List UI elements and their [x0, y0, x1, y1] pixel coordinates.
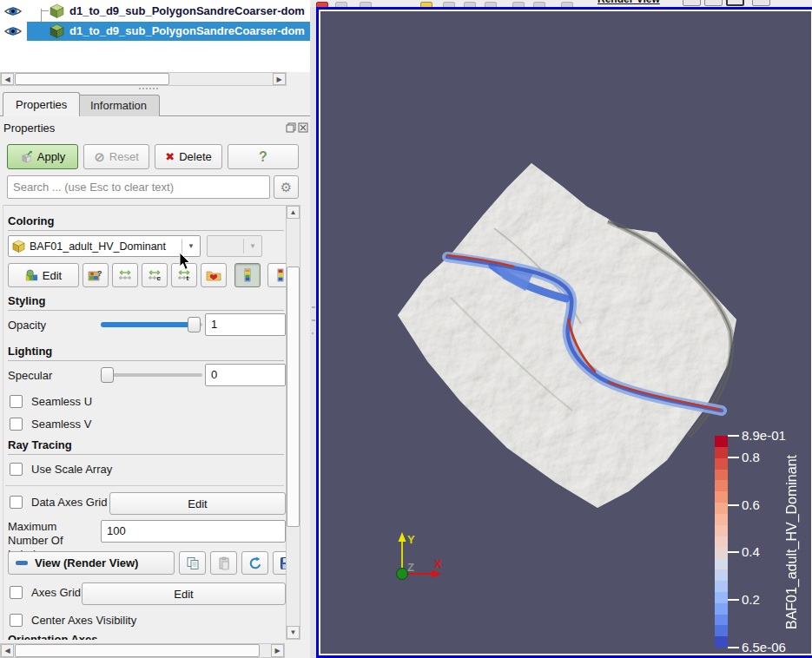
paste-view-settings-button[interactable]: [210, 551, 237, 575]
toggle-color-legend-button[interactable]: [234, 263, 261, 287]
gear-icon: ⚙: [281, 180, 292, 195]
svg-text:t: t: [187, 274, 189, 281]
data-axes-grid-label: Data Axes Grid: [31, 496, 107, 509]
reset-icon: ⊘: [94, 149, 105, 165]
scroll-left-icon[interactable]: ◀: [1, 644, 14, 657]
legend-tick-label: 6.5e-06: [742, 640, 786, 654]
legend-tick-mark: [728, 504, 739, 506]
properties-vscrollbar[interactable]: ▲ ▼: [286, 205, 300, 640]
legend-tick-label: 0.2: [742, 592, 760, 607]
close-view-button[interactable]: [752, 0, 770, 6]
legend-tick-label: 0.8: [742, 450, 760, 464]
help-button[interactable]: ?: [228, 144, 299, 169]
render-viewport[interactable]: Y Z X 8.9e-010.80.60.40.26.5e-06 BAF01_a…: [320, 11, 811, 654]
render-view-frame: Y Z X 8.9e-010.80.60.40.26.5e-06 BAF01_a…: [316, 7, 812, 658]
pipeline-item-selected[interactable]: d1_to_d9_sub_PolygonSandreCoarser-dom: [0, 22, 310, 41]
seamless-v-checkbox[interactable]: [10, 418, 23, 431]
split-vertical-button[interactable]: [704, 0, 723, 6]
max-labels-input[interactable]: 100: [101, 520, 286, 543]
scroll-left-icon[interactable]: ◀: [1, 73, 14, 85]
legend-title[interactable]: BAF01_adult_HV_Dominant: [784, 436, 803, 648]
delete-button[interactable]: ✖ Delete: [155, 144, 222, 169]
search-input[interactable]: [7, 175, 270, 199]
scroll-right-icon[interactable]: ▶: [273, 73, 286, 85]
close-panel-icon[interactable]: [298, 122, 308, 133]
edit-color-map-button[interactable]: Edit: [8, 263, 79, 287]
rescale-temporal-icon: t: [176, 269, 192, 281]
slider-handle[interactable]: [188, 317, 201, 332]
legend-tick-mark: [728, 551, 739, 553]
y-axis-label: Y: [407, 533, 415, 546]
legend-tick-label: 0.4: [742, 545, 760, 560]
data-axes-grid-edit-button[interactable]: Edit: [109, 492, 286, 515]
z-axis-sphere: [397, 569, 408, 580]
tab-information[interactable]: Information: [77, 95, 160, 116]
edit-legend-properties-button[interactable]: [267, 263, 286, 287]
use-scale-array-checkbox[interactable]: [10, 463, 23, 476]
reset-button[interactable]: ⊘ Reset: [83, 144, 149, 169]
rescale-data-range-button[interactable]: [112, 263, 138, 287]
rescale-custom-icon: c: [147, 269, 162, 281]
rescale-custom-range-button[interactable]: c: [142, 263, 168, 287]
split-horizontal-button[interactable]: [683, 0, 701, 6]
scrollbar-thumb[interactable]: [15, 73, 169, 85]
maximize-view-button[interactable]: [726, 0, 744, 6]
component-combobox[interactable]: ▼: [207, 235, 262, 257]
x-axis-arrow: [432, 570, 441, 578]
specular-value[interactable]: 0: [205, 364, 286, 386]
refresh-icon: [248, 556, 262, 570]
legend-tick-mark: [728, 457, 739, 458]
svg-text:?: ?: [97, 269, 102, 278]
choose-preset-button[interactable]: [201, 263, 227, 287]
properties-scroll-area: Coloring BAF01_adult_HV_Dominant ▼ ▼ Edi…: [3, 205, 286, 640]
scroll-down-icon[interactable]: ▼: [287, 626, 300, 639]
visibility-eye-icon[interactable]: [3, 24, 23, 38]
center-axes-visibility-checkbox[interactable]: [10, 614, 23, 627]
folder-heart-icon: [206, 269, 221, 281]
data-axes-grid-checkbox[interactable]: [10, 496, 23, 509]
legend-tick-label: 8.9e-01: [742, 428, 786, 443]
panel-splitter[interactable]: [310, 7, 316, 658]
pipeline-hscrollbar[interactable]: ◀ ▶: [0, 72, 287, 86]
separate-color-map-button[interactable]: ?: [83, 263, 109, 287]
splitter-handle[interactable]: [139, 88, 174, 91]
color-array-combobox[interactable]: BAF01_adult_HV_Dominant ▼: [8, 235, 201, 257]
panel-hscrollbar[interactable]: ◀ ▶: [0, 643, 285, 658]
save-default-settings-button[interactable]: [273, 551, 286, 575]
center-axes-visibility-label: Center Axes Visibility: [31, 614, 136, 627]
apply-button[interactable]: Apply: [7, 144, 78, 169]
pipeline-item-label[interactable]: d1_to_d9_sub_PolygonSandreCoarser-dom: [69, 24, 307, 37]
specular-slider[interactable]: [101, 364, 202, 386]
color-map-question-icon: ?: [88, 269, 103, 281]
seamless-u-checkbox[interactable]: [10, 395, 23, 408]
lighting-section-header: Lighting: [8, 345, 284, 361]
render-view-title-clip: Render View: [597, 0, 688, 7]
orientation-axes-widget: Y Z X: [397, 532, 443, 580]
ray-tracing-section-header: Ray Tracing: [8, 438, 284, 455]
opacity-value[interactable]: 1: [205, 313, 286, 336]
scrollbar-thumb[interactable]: [287, 266, 300, 527]
restore-default-settings-button[interactable]: [241, 551, 268, 575]
scrollbar-thumb[interactable]: [15, 644, 260, 657]
visibility-eye-icon[interactable]: [3, 4, 23, 18]
tab-properties[interactable]: Properties: [3, 92, 80, 116]
scroll-up-icon[interactable]: ▲: [287, 206, 300, 219]
pipeline-item-label[interactable]: d1_to_d9_sub_PolygonSandreCoarser-dom: [69, 4, 307, 17]
x-axis-label: X: [434, 557, 442, 570]
pipeline-item[interactable]: d1_to_d9_sub_PolygonSandreCoarser-dom: [0, 2, 310, 21]
z-axis-label: Z: [407, 561, 414, 574]
delete-icon: ✖: [165, 150, 175, 163]
copy-view-settings-button[interactable]: [179, 551, 206, 575]
terrain-mesh[interactable]: [398, 163, 736, 508]
slider-handle[interactable]: [101, 367, 114, 383]
axes-grid-edit-button[interactable]: Edit: [82, 582, 286, 605]
rescale-range-icon: [117, 269, 133, 281]
search-options-button[interactable]: ⚙: [274, 175, 299, 199]
opacity-slider[interactable]: [101, 313, 202, 336]
scroll-right-icon[interactable]: ▶: [271, 644, 284, 657]
view-section-header-button[interactable]: View (Render View): [8, 551, 175, 575]
seamless-u-label: Seamless U: [31, 395, 92, 408]
color-legend-edit-icon: [275, 268, 286, 282]
float-panel-icon[interactable]: [286, 122, 296, 133]
axes-grid-checkbox[interactable]: [10, 586, 23, 599]
